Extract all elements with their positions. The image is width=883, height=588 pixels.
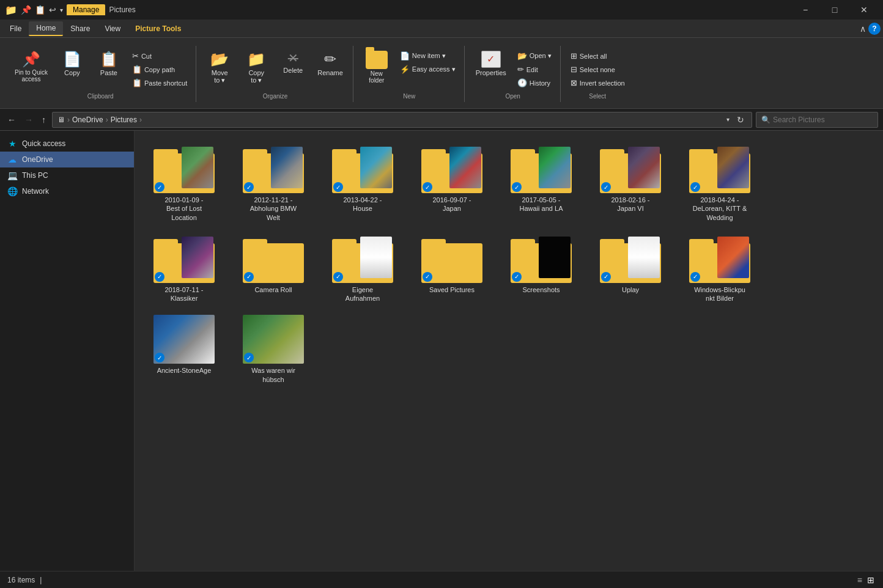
- folder-icon-uplay: ✓: [600, 234, 661, 283]
- grid-row-2: ✓ 2018-07-11 -Klassiker ✓ Camera Roll ✓: [144, 230, 873, 307]
- new-item-button[interactable]: 📄 New item ▾: [396, 50, 459, 63]
- folder-windows-bilder[interactable]: ✓ Windows-Blickpunkt Bilder: [680, 230, 759, 307]
- path-onedrive[interactable]: OneDrive: [72, 116, 103, 124]
- path-dropdown-button[interactable]: ▾: [724, 116, 732, 123]
- folder-label-eigene: EigeneAufnahmen: [345, 285, 380, 303]
- folder-label-2013: 2013-04-22 -House: [344, 196, 382, 213]
- paste-button[interactable]: 📋 Paste: [92, 48, 126, 79]
- folder-icon-2010: ✓: [153, 144, 215, 193]
- refresh-button[interactable]: ↻: [734, 112, 747, 127]
- new-folder-button[interactable]: New folder: [360, 48, 394, 86]
- minimize-button[interactable]: −: [791, 0, 819, 20]
- menu-view[interactable]: View: [97, 22, 128, 35]
- folder-2013[interactable]: ✓ 2013-04-22 -House: [323, 141, 402, 226]
- folder-icon-saved-pictures: ✓: [421, 234, 482, 283]
- star-icon: ★: [7, 139, 17, 149]
- folder-icon-2017: ✓: [511, 144, 572, 193]
- folder-saved-pictures[interactable]: ✓ Saved Pictures: [412, 230, 492, 307]
- file-ancient[interactable]: ✓ Ancient-StoneAge: [144, 311, 224, 388]
- properties-check-icon: ✓: [487, 53, 495, 65]
- folder-check-uplay: ✓: [601, 272, 611, 282]
- invert-selection-icon: ⊠: [571, 78, 577, 87]
- open-label: Open: [505, 92, 520, 100]
- move-to-button[interactable]: 📂 Move to ▾: [202, 48, 237, 87]
- folder-2018-04[interactable]: ✓ 2018-04-24 -DeLorean, KITT &Wedding: [680, 141, 759, 226]
- cut-button[interactable]: ✂ Cut: [128, 50, 191, 63]
- folder-2018-02[interactable]: ✓ 2018-02-16 -Japan VI: [591, 141, 670, 226]
- paste-shortcut-label: Paste shortcut: [144, 79, 187, 87]
- easy-access-label: Easy access ▾: [412, 65, 456, 73]
- folder-check-2010: ✓: [155, 182, 164, 192]
- sidebar-item-quick-access[interactable]: ★ Quick access: [0, 136, 134, 152]
- select-all-button[interactable]: ⊞ Select all: [567, 50, 629, 63]
- menu-share[interactable]: Share: [63, 22, 97, 35]
- file-was[interactable]: ✓ Was waren wirhübsch: [234, 311, 313, 388]
- folder-label-screenshots: Screenshots: [522, 285, 560, 294]
- folder-2018-07[interactable]: ✓ 2018-07-11 -Klassiker: [144, 230, 224, 307]
- help-button[interactable]: ?: [868, 23, 881, 35]
- clipboard-icon[interactable]: 📋: [35, 5, 45, 15]
- folder-eigene[interactable]: ✓ EigeneAufnahmen: [323, 230, 402, 307]
- dropdown-arrow-icon[interactable]: ▾: [60, 7, 63, 13]
- folder-img-uplay: [628, 237, 660, 278]
- properties-button[interactable]: ✓ Properties: [471, 48, 511, 79]
- folder-screenshots[interactable]: ✓ Screenshots: [501, 230, 581, 307]
- file-check-ancient: ✓: [155, 353, 164, 362]
- paste-icon: 📋: [100, 51, 118, 68]
- ribbon: 📌 Pin to Quick access 📄 Copy 📋 Paste ✂ C…: [0, 38, 883, 109]
- copy-to-button[interactable]: 📁 Copy to ▾: [239, 48, 273, 87]
- address-path[interactable]: 🖥 › OneDrive › Pictures › ▾ ↻: [52, 112, 752, 128]
- back-button[interactable]: ←: [5, 112, 18, 127]
- view-tiles-button[interactable]: ⊞: [866, 574, 876, 586]
- folder-uplay[interactable]: ✓ Uplay: [591, 230, 670, 307]
- edit-label: Edit: [526, 66, 538, 73]
- paste-shortcut-button[interactable]: 📋 Paste shortcut: [128, 76, 191, 90]
- search-input[interactable]: [773, 116, 873, 124]
- edit-button[interactable]: ✏ Edit: [514, 63, 555, 76]
- rename-button[interactable]: ✏ Rename: [312, 48, 348, 79]
- undo-icon[interactable]: ↩: [49, 5, 56, 15]
- menu-file[interactable]: File: [2, 22, 29, 35]
- sidebar-item-network[interactable]: 🌐 Network: [0, 183, 134, 199]
- title-bar: 📁 📌 📋 ↩ ▾ Manage Pictures − □ ✕: [0, 0, 883, 20]
- folder-2012[interactable]: ✓ 2012-11-21 -Abholung BMWWelt: [234, 141, 313, 226]
- forward-button[interactable]: →: [22, 112, 35, 127]
- close-button[interactable]: ✕: [850, 0, 878, 20]
- app-title: Pictures: [109, 6, 135, 14]
- easy-access-button[interactable]: ⚡ Easy access ▾: [396, 63, 459, 76]
- select-none-button[interactable]: ⊟ Select none: [567, 63, 629, 76]
- folder-img-2018-04: [717, 147, 749, 188]
- open-button[interactable]: 📂 Open ▾: [514, 50, 555, 63]
- folder-camera-roll[interactable]: ✓ Camera Roll: [234, 230, 313, 307]
- delete-button[interactable]: ✕ Delete: [276, 48, 310, 76]
- copy-to-label: Copy to ▾: [248, 69, 264, 84]
- file-thumb-ancient: ✓: [153, 315, 215, 364]
- folder-icon-2013: ✓: [332, 144, 393, 193]
- copy-button[interactable]: 📄 Copy: [55, 48, 89, 79]
- onedrive-icon: ☁: [7, 155, 17, 164]
- view-details-button[interactable]: ≡: [856, 574, 863, 586]
- folder-check-screenshots: ✓: [512, 272, 522, 282]
- copy-path-button[interactable]: 📋 Copy path: [128, 63, 191, 76]
- cut-icon: ✂: [132, 51, 139, 61]
- ribbon-expand-button[interactable]: ∧: [860, 24, 866, 34]
- menu-picture-tools[interactable]: Picture Tools: [128, 22, 188, 35]
- path-computer-icon: 🖥: [57, 116, 65, 124]
- sidebar-label-onedrive: OneDrive: [22, 155, 53, 164]
- up-button[interactable]: ↑: [39, 112, 48, 127]
- folder-2016[interactable]: ✓ 2016-09-07 -Japan: [412, 141, 492, 226]
- history-button[interactable]: 🕐 History: [514, 76, 555, 90]
- sidebar-item-onedrive[interactable]: ☁ OneDrive: [0, 152, 134, 167]
- sidebar-item-this-pc[interactable]: 💻 This PC: [0, 167, 134, 183]
- folder-check-saved-pictures: ✓: [423, 272, 432, 282]
- path-pictures[interactable]: Pictures: [111, 116, 137, 124]
- folder-2017[interactable]: ✓ 2017-05-05 -Hawaii and LA: [501, 141, 581, 226]
- folder-2010[interactable]: ✓ 2010-01-09 -Best of LostLocation: [144, 141, 224, 226]
- invert-selection-button[interactable]: ⊠ Invert selection: [567, 76, 629, 90]
- title-text: Manage Pictures: [67, 4, 136, 15]
- pin-to-quick-access-button[interactable]: 📌 Pin to Quick access: [10, 48, 53, 85]
- maximize-button[interactable]: □: [821, 0, 849, 20]
- pin-icon[interactable]: 📌: [21, 5, 31, 15]
- menu-home[interactable]: Home: [29, 21, 63, 36]
- rename-label: Rename: [317, 69, 343, 76]
